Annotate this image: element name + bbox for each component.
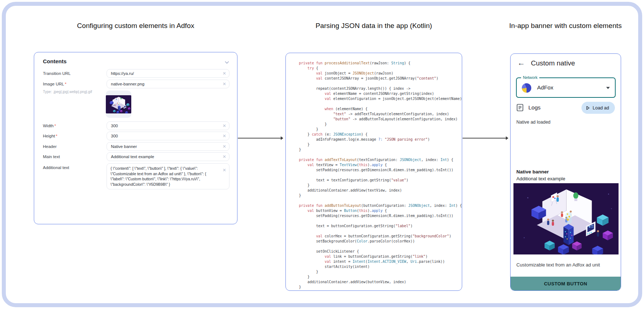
adfox-config-panel: Contents Transition URL https://ya.ru/✕ … bbox=[34, 52, 237, 224]
ad-header-text: Native banner bbox=[516, 169, 549, 174]
load-ad-button[interactable]: Load ad bbox=[581, 102, 615, 114]
back-arrow-icon[interactable]: ← bbox=[517, 59, 525, 67]
kotlin-code-panel: private fun processAdditionalText(rawJso… bbox=[285, 53, 462, 291]
ad-main-text: Additional text example bbox=[516, 176, 565, 181]
width-label: Width* bbox=[43, 121, 56, 130]
ad-additional-text: Customizable text from an Adfox ad unit bbox=[516, 262, 600, 268]
app-screen-title: Custom native bbox=[531, 59, 575, 67]
clear-icon[interactable]: ✕ bbox=[223, 82, 226, 86]
chevron-down-icon[interactable] bbox=[225, 60, 229, 65]
load-ad-button-label: Load ad bbox=[593, 105, 609, 111]
height-label: Height* bbox=[43, 132, 57, 140]
main-text-label: Main text bbox=[43, 152, 61, 161]
clear-icon[interactable]: ✕ bbox=[223, 71, 226, 76]
column-title-inapp-banner: In-app banner with custom elements bbox=[500, 22, 631, 30]
header-input[interactable]: Native banner✕ bbox=[107, 142, 229, 151]
width-input[interactable]: 300✕ bbox=[107, 121, 229, 130]
transition-url-input[interactable]: https://ya.ru/✕ bbox=[107, 69, 229, 78]
document-icon bbox=[517, 104, 523, 113]
additional-text-input[interactable]: { \"content\": [ \"text\", \"button\" ],… bbox=[107, 163, 229, 189]
clear-icon[interactable]: ✕ bbox=[223, 154, 226, 159]
custom-button[interactable]: CUSTOM BUTTON bbox=[511, 277, 621, 290]
header-label: Header bbox=[43, 142, 57, 151]
app-top-bar: ← Custom native bbox=[511, 54, 621, 73]
network-selector-label: Network bbox=[521, 75, 539, 80]
network-selected-value: AdFox bbox=[537, 84, 553, 91]
kotlin-code: private fun processAdditionalText(rawJso… bbox=[299, 61, 460, 290]
app-preview-panel: ← Custom native Network AdFox Logs Load … bbox=[510, 53, 621, 291]
contents-section-title: Contents bbox=[43, 58, 67, 64]
image-type-note: Type: .jpeg|.jpg|.webp|.png|.gif bbox=[43, 90, 92, 94]
play-icon bbox=[586, 106, 590, 110]
clear-icon[interactable]: ✕ bbox=[223, 144, 226, 149]
image-url-input[interactable]: native-banner.png✕ bbox=[107, 80, 229, 88]
transition-url-label: Transition URL bbox=[43, 69, 71, 78]
dropdown-caret-icon[interactable] bbox=[606, 87, 610, 91]
image-preview-box bbox=[106, 91, 131, 118]
image-preview-thumbnail bbox=[106, 95, 131, 113]
logs-section-title: Logs bbox=[528, 104, 541, 111]
log-message: Native ad loaded bbox=[516, 120, 551, 125]
flow-arrow-code-to-app bbox=[463, 138, 508, 139]
network-selector[interactable]: Network AdFox bbox=[516, 77, 616, 98]
column-title-adfox-config: Configuring custom elements in Adfox bbox=[34, 22, 237, 30]
clear-icon[interactable]: ✕ bbox=[223, 134, 226, 138]
adfox-logo-icon bbox=[522, 83, 531, 93]
image-url-label: Image URL* bbox=[43, 80, 67, 88]
additional-text-label: Additional text bbox=[43, 163, 70, 172]
flow-arrow-config-to-code bbox=[238, 138, 283, 139]
height-input[interactable]: 300✕ bbox=[107, 132, 229, 140]
banner-illustration[interactable] bbox=[513, 183, 619, 254]
logs-row: Logs Load ad bbox=[511, 101, 621, 114]
main-text-input[interactable]: Additional text example✕ bbox=[107, 152, 229, 161]
column-title-kotlin-parsing: Parsing JSON data in the app (Kotlin) bbox=[285, 22, 462, 30]
clear-icon[interactable]: ✕ bbox=[223, 168, 226, 172]
clear-icon[interactable]: ✕ bbox=[223, 124, 226, 128]
